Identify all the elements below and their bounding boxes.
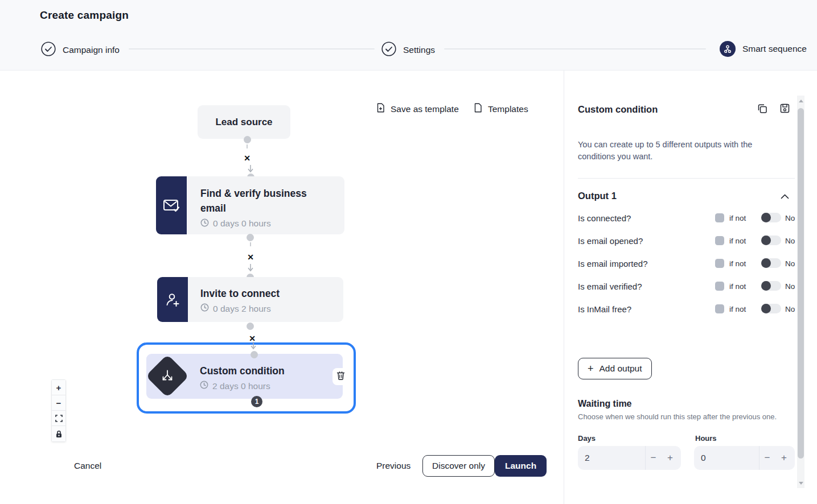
condition-checkbox[interactable] <box>715 304 724 313</box>
plus-icon: + <box>588 363 594 375</box>
toggle-value-label: No <box>785 282 795 291</box>
node-duration: 2 days 0 hours <box>200 381 319 391</box>
if-not-label: if not <box>729 305 746 313</box>
fit-view-button[interactable] <box>52 411 65 426</box>
save-step-button[interactable] <box>780 104 790 115</box>
condition-row: Is connected? if not No <box>578 213 795 224</box>
arrow-down-icon <box>251 342 256 350</box>
condition-row: Is InMail free? if not No <box>578 304 795 315</box>
zoom-in-button[interactable]: + <box>52 380 65 395</box>
add-output-button[interactable]: + Add output <box>578 358 652 379</box>
condition-checkbox[interactable] <box>715 213 724 222</box>
connection-handle[interactable] <box>244 136 251 143</box>
lead-source-node[interactable]: Lead source <box>198 105 290 139</box>
discover-only-button[interactable]: Discover only <box>422 455 495 477</box>
days-stepper: − + <box>578 446 681 470</box>
hours-decrement-button[interactable]: − <box>759 446 775 470</box>
launch-button[interactable]: Launch <box>495 455 547 477</box>
if-not-label: if not <box>729 237 746 245</box>
node-title: Find & verify business email <box>200 186 314 216</box>
condition-row: Is email imported? if not No <box>578 258 795 270</box>
toggle-value-label: No <box>785 305 795 313</box>
connection-handle[interactable] <box>247 323 254 330</box>
condition-label: Is email opened? <box>578 236 643 246</box>
lock-interactivity-button[interactable] <box>52 426 65 441</box>
condition-toggle[interactable] <box>761 236 781 245</box>
templates-label: Templates <box>488 104 528 114</box>
duplicate-step-button[interactable] <box>757 104 767 115</box>
days-increment-button[interactable]: + <box>662 446 678 470</box>
save-floppy-icon <box>780 106 790 115</box>
hours-label: Hours <box>695 434 717 443</box>
step-connector-line <box>444 48 706 49</box>
condition-toggle[interactable] <box>761 258 781 268</box>
remove-connection-icon[interactable]: ✕ <box>246 253 255 262</box>
remove-connection-icon[interactable]: ✕ <box>243 154 252 163</box>
custom-condition-panel: Custom condition You can create up to 5 … <box>564 71 817 504</box>
invite-to-connect-node[interactable]: Invite to connect 0 days 2 hours <box>157 277 343 322</box>
canvas-zoom-controls: + − <box>51 379 66 442</box>
connector-line <box>247 144 248 148</box>
page-title: Create campaign <box>40 9 129 22</box>
condition-toggle[interactable] <box>761 281 781 291</box>
toggle-knob <box>761 258 771 268</box>
arrow-down-icon <box>248 264 253 272</box>
cancel-button[interactable]: Cancel <box>74 461 101 471</box>
lock-icon <box>55 430 63 438</box>
previous-button[interactable]: Previous <box>376 461 410 471</box>
condition-checkbox[interactable] <box>715 259 724 268</box>
condition-toggle[interactable] <box>761 304 781 313</box>
collapse-output-button[interactable] <box>781 192 789 201</box>
toggle-knob <box>761 213 771 222</box>
condition-toggle[interactable] <box>761 213 781 222</box>
scroll-up-arrow[interactable] <box>797 97 804 105</box>
if-not-label: if not <box>729 282 746 291</box>
fit-view-icon <box>55 415 63 422</box>
file-icon <box>474 103 482 115</box>
connection-handle[interactable] <box>251 351 258 358</box>
toggle-value-label: No <box>785 214 795 222</box>
check-circle-icon <box>381 42 396 59</box>
custom-condition-node[interactable]: Custom condition 2 days 0 hours 1 <box>137 342 356 414</box>
output-count-badge: 1 <box>251 396 262 407</box>
clock-icon <box>200 381 208 391</box>
condition-label: Is InMail free? <box>578 304 631 314</box>
condition-label: Is email verified? <box>578 282 642 291</box>
sequence-tree-icon <box>720 41 736 57</box>
toggle-value-label: No <box>785 237 795 245</box>
step-connector-line <box>129 48 375 49</box>
toggle-value-label: No <box>785 259 795 268</box>
days-decrement-button[interactable]: − <box>645 446 661 470</box>
condition-label: Is connected? <box>578 213 631 223</box>
hours-increment-button[interactable]: + <box>776 446 792 470</box>
step-label: Settings <box>403 45 435 55</box>
clock-icon <box>200 218 209 229</box>
panel-scrollbar[interactable] <box>797 96 804 488</box>
waiting-time-title: Waiting time <box>578 399 632 409</box>
condition-checkbox[interactable] <box>715 282 724 291</box>
save-as-template-button[interactable]: Save as template <box>376 103 459 115</box>
step-campaign-info[interactable]: Campaign info <box>41 42 120 59</box>
step-smart-sequence[interactable]: Smart sequence <box>720 41 807 57</box>
toggle-knob <box>761 236 771 245</box>
output-section-title: Output 1 <box>578 191 617 201</box>
panel-description: You can create up to 5 different outputs… <box>578 139 774 162</box>
templates-button[interactable]: Templates <box>474 103 528 115</box>
scroll-down-arrow[interactable] <box>797 479 804 487</box>
condition-label: Is email imported? <box>578 259 648 268</box>
save-as-template-label: Save as template <box>391 104 459 114</box>
hours-input[interactable] <box>701 446 758 470</box>
days-input[interactable] <box>585 446 642 470</box>
zoom-out-button[interactable]: − <box>52 395 65 411</box>
create-campaign-page: Create campaign Campaign info Settings S… <box>0 0 817 504</box>
find-verify-email-node[interactable]: Find & verify business email 0 days 0 ho… <box>156 176 344 234</box>
connection-handle[interactable] <box>247 234 254 241</box>
if-not-label: if not <box>729 214 746 222</box>
header: Create campaign Campaign info Settings S… <box>0 0 817 71</box>
scrollbar-thumb[interactable] <box>798 108 804 458</box>
trash-icon <box>336 371 345 382</box>
step-settings[interactable]: Settings <box>381 42 435 59</box>
node-title: Custom condition <box>200 363 319 378</box>
delete-node-button[interactable] <box>332 368 348 385</box>
condition-checkbox[interactable] <box>715 236 724 245</box>
